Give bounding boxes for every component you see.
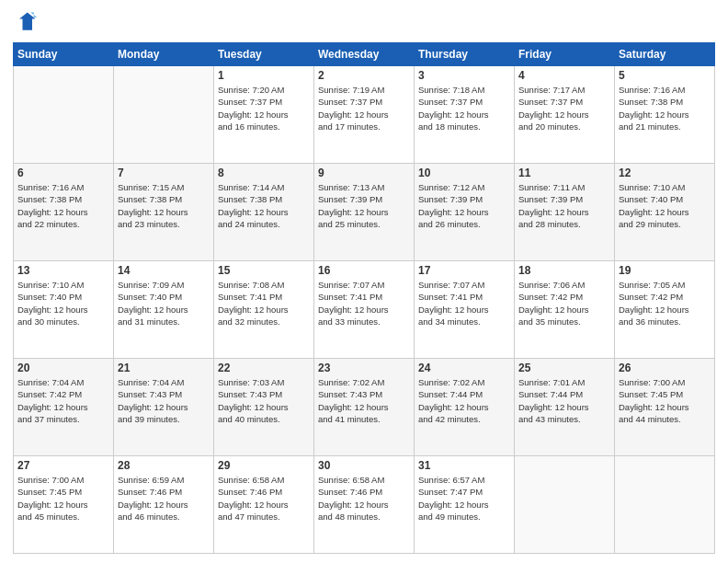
day-info: Sunrise: 7:15 AM Sunset: 7:38 PM Dayligh… (118, 181, 210, 230)
day-number: 10 (418, 167, 510, 179)
page: SundayMondayTuesdayWednesdayThursdayFrid… (0, 0, 728, 563)
calendar-cell: 6Sunrise: 7:16 AM Sunset: 7:38 PM Daylig… (14, 164, 114, 261)
day-info: Sunrise: 7:16 AM Sunset: 7:38 PM Dayligh… (17, 181, 109, 230)
day-info: Sunrise: 7:18 AM Sunset: 7:37 PM Dayligh… (418, 84, 510, 132)
calendar-cell: 23Sunrise: 7:02 AM Sunset: 7:43 PM Dayli… (314, 359, 415, 456)
calendar-cell: 1Sunrise: 7:20 AM Sunset: 7:37 PM Daylig… (214, 66, 314, 164)
calendar-cell: 5Sunrise: 7:16 AM Sunset: 7:38 PM Daylig… (615, 66, 715, 164)
calendar-week-row: 6Sunrise: 7:16 AM Sunset: 7:38 PM Daylig… (14, 164, 715, 261)
day-number: 16 (318, 264, 410, 277)
day-number: 22 (218, 362, 310, 374)
day-info: Sunrise: 7:10 AM Sunset: 7:40 PM Dayligh… (619, 181, 711, 230)
weekday-header: Thursday (415, 43, 515, 66)
day-info: Sunrise: 7:00 AM Sunset: 7:45 PM Dayligh… (17, 474, 109, 523)
day-number: 23 (318, 362, 410, 374)
calendar-week-row: 1Sunrise: 7:20 AM Sunset: 7:37 PM Daylig… (14, 66, 715, 164)
day-info: Sunrise: 7:13 AM Sunset: 7:39 PM Dayligh… (318, 181, 410, 230)
calendar-cell: 28Sunrise: 6:59 AM Sunset: 7:46 PM Dayli… (114, 456, 214, 554)
logo (13, 9, 42, 35)
day-info: Sunrise: 7:02 AM Sunset: 7:43 PM Dayligh… (318, 376, 410, 425)
calendar-week-row: 20Sunrise: 7:04 AM Sunset: 7:42 PM Dayli… (14, 359, 715, 456)
calendar-cell: 15Sunrise: 7:08 AM Sunset: 7:41 PM Dayli… (214, 261, 314, 359)
calendar-cell: 24Sunrise: 7:02 AM Sunset: 7:44 PM Dayli… (415, 359, 515, 456)
day-info: Sunrise: 7:04 AM Sunset: 7:42 PM Dayligh… (17, 376, 109, 425)
day-number: 7 (118, 167, 210, 179)
day-number: 9 (318, 167, 410, 179)
calendar-cell: 31Sunrise: 6:57 AM Sunset: 7:47 PM Dayli… (415, 456, 515, 554)
calendar-cell: 16Sunrise: 7:07 AM Sunset: 7:41 PM Dayli… (314, 261, 415, 359)
calendar-cell: 26Sunrise: 7:00 AM Sunset: 7:45 PM Dayli… (615, 359, 715, 456)
day-number: 1 (218, 69, 310, 82)
day-info: Sunrise: 7:10 AM Sunset: 7:40 PM Dayligh… (17, 279, 109, 327)
day-number: 12 (619, 167, 711, 179)
calendar-cell: 25Sunrise: 7:01 AM Sunset: 7:44 PM Dayli… (515, 359, 615, 456)
day-number: 24 (418, 362, 510, 374)
calendar-cell: 20Sunrise: 7:04 AM Sunset: 7:42 PM Dayli… (14, 359, 114, 456)
day-info: Sunrise: 7:17 AM Sunset: 7:37 PM Dayligh… (518, 84, 610, 132)
day-number: 30 (318, 459, 410, 472)
calendar-cell (14, 66, 114, 164)
day-number: 27 (17, 459, 109, 472)
weekday-header: Saturday (615, 43, 715, 66)
calendar-cell: 22Sunrise: 7:03 AM Sunset: 7:43 PM Dayli… (214, 359, 314, 456)
day-info: Sunrise: 7:20 AM Sunset: 7:37 PM Dayligh… (218, 84, 310, 132)
svg-marker-0 (19, 13, 36, 30)
calendar-week-row: 13Sunrise: 7:10 AM Sunset: 7:40 PM Dayli… (14, 261, 715, 359)
calendar-cell: 27Sunrise: 7:00 AM Sunset: 7:45 PM Dayli… (14, 456, 114, 554)
day-number: 20 (17, 362, 109, 374)
calendar-cell: 3Sunrise: 7:18 AM Sunset: 7:37 PM Daylig… (415, 66, 515, 164)
weekday-header: Tuesday (214, 43, 314, 66)
day-info: Sunrise: 6:57 AM Sunset: 7:47 PM Dayligh… (418, 474, 510, 523)
calendar-cell: 13Sunrise: 7:10 AM Sunset: 7:40 PM Dayli… (14, 261, 114, 359)
day-info: Sunrise: 7:00 AM Sunset: 7:45 PM Dayligh… (619, 376, 711, 425)
day-number: 13 (17, 264, 109, 277)
day-info: Sunrise: 7:05 AM Sunset: 7:42 PM Dayligh… (619, 279, 711, 327)
calendar-cell: 2Sunrise: 7:19 AM Sunset: 7:37 PM Daylig… (314, 66, 415, 164)
calendar-cell: 30Sunrise: 6:58 AM Sunset: 7:46 PM Dayli… (314, 456, 415, 554)
calendar-cell: 4Sunrise: 7:17 AM Sunset: 7:37 PM Daylig… (515, 66, 615, 164)
day-info: Sunrise: 7:01 AM Sunset: 7:44 PM Dayligh… (518, 376, 610, 425)
day-number: 21 (118, 362, 210, 374)
calendar-table: SundayMondayTuesdayWednesdayThursdayFrid… (13, 42, 715, 554)
logo-icon (13, 9, 39, 35)
calendar-cell: 8Sunrise: 7:14 AM Sunset: 7:38 PM Daylig… (214, 164, 314, 261)
day-number: 3 (418, 69, 510, 82)
calendar-cell: 7Sunrise: 7:15 AM Sunset: 7:38 PM Daylig… (114, 164, 214, 261)
weekday-header: Friday (515, 43, 615, 66)
day-number: 28 (118, 459, 210, 472)
calendar-cell: 14Sunrise: 7:09 AM Sunset: 7:40 PM Dayli… (114, 261, 214, 359)
day-number: 14 (118, 264, 210, 277)
calendar-cell: 17Sunrise: 7:07 AM Sunset: 7:41 PM Dayli… (415, 261, 515, 359)
calendar-cell: 18Sunrise: 7:06 AM Sunset: 7:42 PM Dayli… (515, 261, 615, 359)
calendar-cell: 12Sunrise: 7:10 AM Sunset: 7:40 PM Dayli… (615, 164, 715, 261)
calendar-cell: 9Sunrise: 7:13 AM Sunset: 7:39 PM Daylig… (314, 164, 415, 261)
weekday-header: Sunday (14, 43, 114, 66)
calendar-cell (615, 456, 715, 554)
calendar-cell: 11Sunrise: 7:11 AM Sunset: 7:39 PM Dayli… (515, 164, 615, 261)
calendar-cell: 29Sunrise: 6:58 AM Sunset: 7:46 PM Dayli… (214, 456, 314, 554)
day-number: 17 (418, 264, 510, 277)
weekday-header-row: SundayMondayTuesdayWednesdayThursdayFrid… (14, 43, 715, 66)
day-number: 25 (518, 362, 610, 374)
day-number: 18 (518, 264, 610, 277)
day-number: 26 (619, 362, 711, 374)
day-info: Sunrise: 7:08 AM Sunset: 7:41 PM Dayligh… (218, 279, 310, 327)
day-number: 15 (218, 264, 310, 277)
day-info: Sunrise: 7:12 AM Sunset: 7:39 PM Dayligh… (418, 181, 510, 230)
calendar-cell: 10Sunrise: 7:12 AM Sunset: 7:39 PM Dayli… (415, 164, 515, 261)
day-number: 29 (218, 459, 310, 472)
header (13, 9, 715, 35)
day-info: Sunrise: 7:09 AM Sunset: 7:40 PM Dayligh… (118, 279, 210, 327)
day-info: Sunrise: 7:02 AM Sunset: 7:44 PM Dayligh… (418, 376, 510, 425)
weekday-header: Wednesday (314, 43, 415, 66)
day-info: Sunrise: 7:19 AM Sunset: 7:37 PM Dayligh… (318, 84, 410, 132)
day-number: 8 (218, 167, 310, 179)
calendar-cell: 19Sunrise: 7:05 AM Sunset: 7:42 PM Dayli… (615, 261, 715, 359)
day-info: Sunrise: 7:16 AM Sunset: 7:38 PM Dayligh… (619, 84, 711, 132)
day-info: Sunrise: 7:04 AM Sunset: 7:43 PM Dayligh… (118, 376, 210, 425)
day-number: 5 (619, 69, 711, 82)
calendar-cell (114, 66, 214, 164)
day-number: 31 (418, 459, 510, 472)
day-number: 19 (619, 264, 711, 277)
day-info: Sunrise: 7:06 AM Sunset: 7:42 PM Dayligh… (518, 279, 610, 327)
